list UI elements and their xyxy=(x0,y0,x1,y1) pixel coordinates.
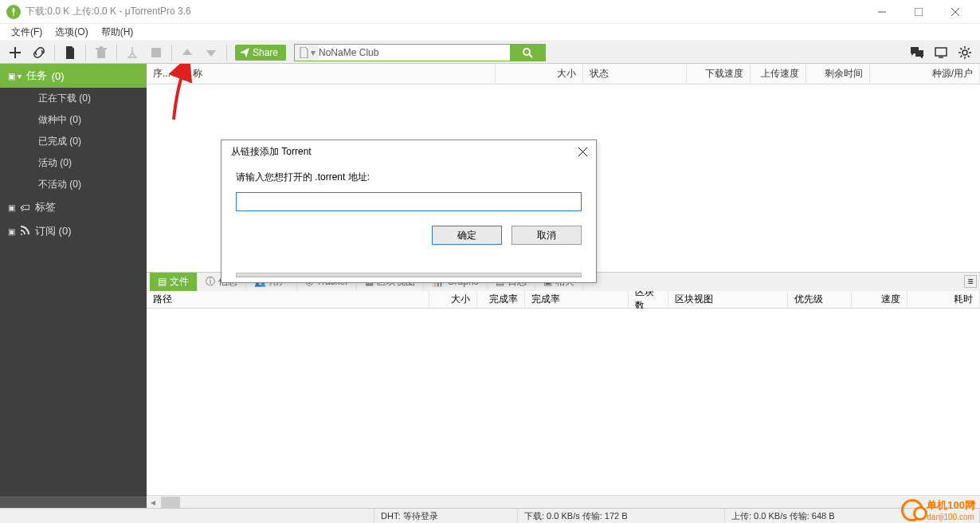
detail-grid-body[interactable] xyxy=(147,309,980,496)
menubar: 文件(F) 选项(O) 帮助(H) xyxy=(0,24,980,41)
sidebar-active[interactable]: 活动 (0) xyxy=(0,152,147,174)
collapse-icon: ▣ ▾ xyxy=(8,72,22,81)
share-button[interactable]: Share xyxy=(235,45,286,61)
new-torrent-button[interactable] xyxy=(58,42,82,63)
toolbar: Share ▾ xyxy=(0,41,980,64)
labels-icon: 🏷 xyxy=(20,202,30,214)
col-ulspeed[interactable]: 上传速度 xyxy=(751,64,806,84)
col-size[interactable]: 大小 xyxy=(496,64,583,84)
cancel-button[interactable]: 取消 xyxy=(512,226,582,245)
scroll-right-icon[interactable]: ▸ xyxy=(967,496,980,509)
dcol-elapsed[interactable]: 耗时 xyxy=(907,291,980,308)
dcol-path[interactable]: 路径 xyxy=(147,291,429,308)
col-dlspeed[interactable]: 下载速度 xyxy=(687,64,751,84)
sidebar: ▣ ▾ 任务 (0) 正在下载 (0) 做种中 (0) 已完成 (0) 活动 (… xyxy=(0,64,147,508)
menu-file[interactable]: 文件(F) xyxy=(5,24,49,41)
sidebar-tasks[interactable]: ▣ ▾ 任务 (0) xyxy=(0,64,147,88)
search-box: ▾ xyxy=(294,44,546,61)
remote-icon[interactable] xyxy=(929,42,953,63)
window-title: 下载:0.0 K 上传:0.0 K - μTorrentPro 3.6 xyxy=(25,5,191,18)
settings-icon[interactable] xyxy=(953,42,977,63)
dcol-speed[interactable]: 速度 xyxy=(852,291,907,308)
chat-icon[interactable] xyxy=(905,42,929,63)
collapse-icon: ▣ xyxy=(8,227,15,236)
sidebar-downloading[interactable]: 正在下载 (0) xyxy=(0,88,147,109)
col-name[interactable]: 名称 xyxy=(177,64,496,84)
svg-rect-8 xyxy=(935,48,947,56)
stop-button[interactable] xyxy=(144,42,168,63)
document-icon xyxy=(295,47,312,58)
statusbar: DHT: 等待登录 下载: 0.0 KB/s 传输: 172 B 上传: 0.0… xyxy=(0,508,980,523)
search-button[interactable] xyxy=(510,44,545,61)
col-peers[interactable]: 种源/用户 xyxy=(870,64,980,84)
chevron-down-icon[interactable]: ▾ xyxy=(311,47,316,58)
dialog-label: 请输入您想打开的 .torrent 地址: xyxy=(236,171,582,184)
sidebar-labels[interactable]: ▣ 🏷 标签 xyxy=(0,195,147,219)
collapse-icon: ▣ xyxy=(8,203,15,212)
sidebar-seeding[interactable]: 做种中 (0) xyxy=(0,109,147,131)
add-url-button[interactable] xyxy=(27,42,51,63)
col-index[interactable]: 序... xyxy=(147,64,177,84)
minimize-button[interactable] xyxy=(864,0,900,24)
status-upload: 上传: 0.0 KB/s 传输: 648 B xyxy=(725,509,980,523)
horizontal-scrollbar[interactable]: ◂ ▸ xyxy=(147,495,980,508)
detail-grid-header: 路径 大小 完成率 完成率 区块数 区块视图 优先级 速度 耗时 xyxy=(147,291,980,309)
sidebar-tasks-label: 任务 xyxy=(26,69,47,83)
close-button[interactable] xyxy=(937,0,974,24)
url-input[interactable] xyxy=(236,192,582,211)
col-status[interactable]: 状态 xyxy=(583,64,687,84)
dcol-done1[interactable]: 完成率 xyxy=(477,291,525,308)
menu-help[interactable]: 帮助(H) xyxy=(95,24,140,41)
sidebar-labels-text: 标签 xyxy=(35,200,56,214)
dcol-size[interactable]: 大小 xyxy=(429,291,477,308)
tab-files[interactable]: ▤文件 xyxy=(150,273,198,291)
move-up-button[interactable] xyxy=(175,42,199,63)
start-button[interactable] xyxy=(120,42,144,63)
svg-line-7 xyxy=(529,54,532,57)
status-dht: DHT: 等待登录 xyxy=(374,509,518,523)
dialog-close-button[interactable] xyxy=(574,143,591,160)
sidebar-feeds-text: 订阅 (0) xyxy=(35,224,72,238)
dialog-progress xyxy=(236,273,582,277)
share-icon xyxy=(240,48,249,57)
remove-button[interactable] xyxy=(89,42,113,63)
dcol-blocks[interactable]: 区块数 xyxy=(629,291,668,308)
torrent-grid-header: 序... 名称 大小 状态 下载速度 上传速度 剩余时间 种源/用户 xyxy=(147,64,980,85)
sidebar-completed[interactable]: 已完成 (0) xyxy=(0,131,147,152)
content-area: 序... 名称 大小 状态 下载速度 上传速度 剩余时间 种源/用户 ▤文件 ⓘ… xyxy=(147,64,980,508)
scroll-thumb[interactable] xyxy=(161,497,180,508)
dialog-title: 从链接添加 Torrent xyxy=(231,145,312,159)
dcol-prio[interactable]: 优先级 xyxy=(788,291,852,308)
share-label: Share xyxy=(253,47,278,58)
info-icon: ⓘ xyxy=(206,275,215,289)
add-torrent-button[interactable] xyxy=(3,42,27,63)
dcol-view[interactable]: 区块视图 xyxy=(668,291,788,308)
menu-options[interactable]: 选项(O) xyxy=(49,24,94,41)
svg-point-6 xyxy=(523,49,530,55)
svg-rect-1 xyxy=(915,8,923,16)
titlebar: 下载:0.0 K 上传:0.0 K - μTorrentPro 3.6 xyxy=(0,0,980,24)
move-down-button[interactable] xyxy=(199,42,223,63)
svg-rect-5 xyxy=(151,48,161,57)
sidebar-resize-handle[interactable] xyxy=(0,497,147,508)
rss-icon xyxy=(20,225,30,238)
maximize-button[interactable] xyxy=(900,0,937,24)
add-url-dialog: 从链接添加 Torrent 请输入您想打开的 .torrent 地址: 确定 取… xyxy=(221,140,597,283)
col-eta[interactable]: 剩余时间 xyxy=(806,64,870,84)
app-logo-icon xyxy=(6,5,21,19)
files-icon: ▤ xyxy=(158,276,167,287)
ok-button[interactable]: 确定 xyxy=(432,226,502,245)
sidebar-tasks-count: (0) xyxy=(52,70,65,82)
scroll-left-icon[interactable]: ◂ xyxy=(147,496,159,509)
svg-point-10 xyxy=(962,50,967,55)
sidebar-feeds[interactable]: ▣ 订阅 (0) xyxy=(0,219,147,243)
tab-overflow-button[interactable]: ≡ xyxy=(964,275,977,288)
sidebar-inactive[interactable]: 不活动 (0) xyxy=(0,174,147,195)
dcol-done2[interactable]: 完成率 xyxy=(525,291,629,308)
status-download: 下载: 0.0 KB/s 传输: 172 B xyxy=(518,509,725,523)
search-input[interactable] xyxy=(319,45,510,61)
